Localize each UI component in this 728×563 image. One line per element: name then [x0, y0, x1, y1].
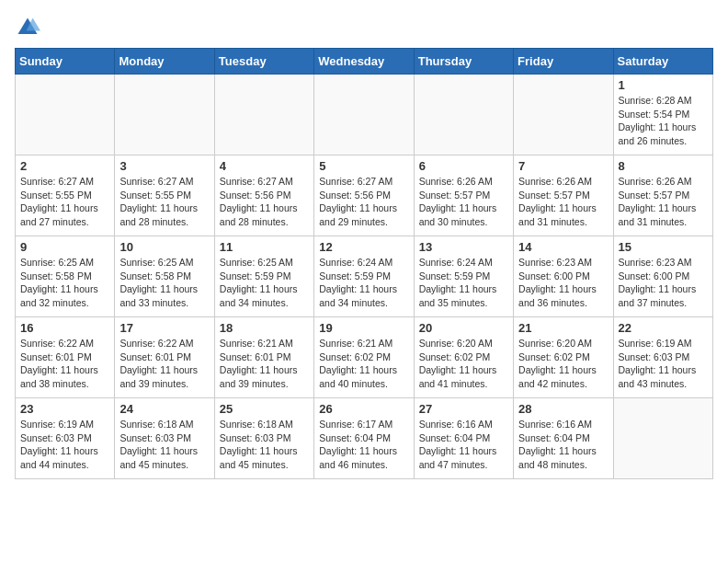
- day-info: Sunrise: 6:20 AM Sunset: 6:02 PM Dayligh…: [419, 337, 508, 391]
- day-info: Sunrise: 6:19 AM Sunset: 6:03 PM Dayligh…: [619, 337, 708, 391]
- calendar-cell: [613, 398, 712, 479]
- day-info: Sunrise: 6:27 AM Sunset: 5:55 PM Dayligh…: [119, 175, 209, 229]
- day-info: Sunrise: 6:24 AM Sunset: 5:59 PM Dayligh…: [319, 256, 408, 310]
- day-number: 25: [220, 402, 309, 416]
- day-info: Sunrise: 6:18 AM Sunset: 6:03 PM Dayligh…: [220, 418, 309, 472]
- day-number: 28: [518, 402, 608, 416]
- calendar-week-row: 9Sunrise: 6:25 AM Sunset: 5:58 PM Daylig…: [16, 236, 713, 317]
- day-number: 2: [20, 159, 109, 173]
- day-info: Sunrise: 6:26 AM Sunset: 5:57 PM Dayligh…: [419, 175, 508, 229]
- day-info: Sunrise: 6:19 AM Sunset: 6:03 PM Dayligh…: [20, 418, 109, 472]
- day-info: Sunrise: 6:28 AM Sunset: 5:54 PM Dayligh…: [619, 94, 708, 148]
- calendar-cell: [514, 75, 613, 155]
- day-info: Sunrise: 6:27 AM Sunset: 5:56 PM Dayligh…: [319, 175, 408, 229]
- day-info: Sunrise: 6:24 AM Sunset: 5:59 PM Dayligh…: [419, 256, 508, 310]
- day-number: 19: [319, 321, 408, 335]
- calendar-cell: 1Sunrise: 6:28 AM Sunset: 5:54 PM Daylig…: [613, 75, 712, 155]
- calendar-cell: 2Sunrise: 6:27 AM Sunset: 5:55 PM Daylig…: [16, 155, 115, 236]
- calendar-cell: 15Sunrise: 6:23 AM Sunset: 6:00 PM Dayli…: [613, 236, 712, 317]
- calendar-cell: 8Sunrise: 6:26 AM Sunset: 5:57 PM Daylig…: [613, 155, 712, 236]
- day-of-week-header: Friday: [514, 49, 613, 75]
- calendar-week-row: 16Sunrise: 6:22 AM Sunset: 6:01 PM Dayli…: [16, 317, 713, 398]
- calendar-cell: 14Sunrise: 6:23 AM Sunset: 6:00 PM Dayli…: [514, 236, 613, 317]
- day-number: 1: [619, 78, 708, 92]
- day-of-week-header: Monday: [115, 49, 214, 75]
- day-number: 5: [319, 159, 408, 173]
- day-number: 9: [20, 240, 109, 254]
- calendar-cell: 10Sunrise: 6:25 AM Sunset: 5:58 PM Dayli…: [115, 236, 214, 317]
- calendar-week-row: 23Sunrise: 6:19 AM Sunset: 6:03 PM Dayli…: [16, 398, 713, 479]
- day-info: Sunrise: 6:25 AM Sunset: 5:59 PM Dayligh…: [220, 256, 309, 310]
- calendar-cell: 27Sunrise: 6:16 AM Sunset: 6:04 PM Dayli…: [414, 398, 513, 479]
- page-header: [15, 15, 713, 40]
- day-number: 26: [319, 402, 408, 416]
- day-info: Sunrise: 6:16 AM Sunset: 6:04 PM Dayligh…: [518, 418, 608, 472]
- calendar-cell: 25Sunrise: 6:18 AM Sunset: 6:03 PM Dayli…: [214, 398, 313, 479]
- calendar-cell: 17Sunrise: 6:22 AM Sunset: 6:01 PM Dayli…: [115, 317, 214, 398]
- calendar-cell: 3Sunrise: 6:27 AM Sunset: 5:55 PM Daylig…: [115, 155, 214, 236]
- day-info: Sunrise: 6:16 AM Sunset: 6:04 PM Dayligh…: [419, 418, 508, 472]
- day-info: Sunrise: 6:27 AM Sunset: 5:55 PM Dayligh…: [20, 175, 109, 229]
- calendar-cell: [16, 75, 115, 155]
- calendar-cell: 16Sunrise: 6:22 AM Sunset: 6:01 PM Dayli…: [16, 317, 115, 398]
- day-info: Sunrise: 6:26 AM Sunset: 5:57 PM Dayligh…: [619, 175, 708, 229]
- day-info: Sunrise: 6:20 AM Sunset: 6:02 PM Dayligh…: [518, 337, 608, 391]
- calendar-cell: 20Sunrise: 6:20 AM Sunset: 6:02 PM Dayli…: [414, 317, 513, 398]
- day-info: Sunrise: 6:27 AM Sunset: 5:56 PM Dayligh…: [220, 175, 309, 229]
- day-info: Sunrise: 6:25 AM Sunset: 5:58 PM Dayligh…: [20, 256, 109, 310]
- day-info: Sunrise: 6:18 AM Sunset: 6:03 PM Dayligh…: [119, 418, 209, 472]
- day-number: 11: [220, 240, 309, 254]
- day-number: 21: [518, 321, 608, 335]
- day-of-week-header: Wednesday: [314, 49, 414, 75]
- day-number: 27: [419, 402, 508, 416]
- calendar-week-row: 1Sunrise: 6:28 AM Sunset: 5:54 PM Daylig…: [16, 75, 713, 155]
- day-number: 18: [220, 321, 309, 335]
- calendar-cell: 26Sunrise: 6:17 AM Sunset: 6:04 PM Dayli…: [314, 398, 414, 479]
- calendar-cell: [414, 75, 513, 155]
- day-info: Sunrise: 6:22 AM Sunset: 6:01 PM Dayligh…: [119, 337, 209, 391]
- day-info: Sunrise: 6:26 AM Sunset: 5:57 PM Dayligh…: [518, 175, 608, 229]
- calendar-cell: 23Sunrise: 6:19 AM Sunset: 6:03 PM Dayli…: [16, 398, 115, 479]
- calendar-cell: 12Sunrise: 6:24 AM Sunset: 5:59 PM Dayli…: [314, 236, 414, 317]
- day-number: 4: [220, 159, 309, 173]
- calendar-table: SundayMondayTuesdayWednesdayThursdayFrid…: [15, 48, 713, 479]
- logo-icon: [15, 15, 40, 40]
- calendar-cell: 18Sunrise: 6:21 AM Sunset: 6:01 PM Dayli…: [214, 317, 313, 398]
- calendar-cell: 7Sunrise: 6:26 AM Sunset: 5:57 PM Daylig…: [514, 155, 613, 236]
- calendar-cell: 11Sunrise: 6:25 AM Sunset: 5:59 PM Dayli…: [214, 236, 313, 317]
- calendar-cell: 9Sunrise: 6:25 AM Sunset: 5:58 PM Daylig…: [16, 236, 115, 317]
- calendar-cell: 22Sunrise: 6:19 AM Sunset: 6:03 PM Dayli…: [613, 317, 712, 398]
- day-number: 15: [619, 240, 708, 254]
- calendar-cell: 4Sunrise: 6:27 AM Sunset: 5:56 PM Daylig…: [214, 155, 313, 236]
- day-number: 7: [518, 159, 608, 173]
- day-number: 24: [119, 402, 209, 416]
- day-info: Sunrise: 6:21 AM Sunset: 6:02 PM Dayligh…: [319, 337, 408, 391]
- day-number: 3: [119, 159, 209, 173]
- calendar-cell: [115, 75, 214, 155]
- day-number: 23: [20, 402, 109, 416]
- calendar-week-row: 2Sunrise: 6:27 AM Sunset: 5:55 PM Daylig…: [16, 155, 713, 236]
- calendar-cell: 21Sunrise: 6:20 AM Sunset: 6:02 PM Dayli…: [514, 317, 613, 398]
- day-of-week-header: Saturday: [613, 49, 712, 75]
- calendar-cell: [314, 75, 414, 155]
- day-info: Sunrise: 6:23 AM Sunset: 6:00 PM Dayligh…: [619, 256, 708, 310]
- day-info: Sunrise: 6:25 AM Sunset: 5:58 PM Dayligh…: [119, 256, 209, 310]
- calendar-header-row: SundayMondayTuesdayWednesdayThursdayFrid…: [16, 49, 713, 75]
- day-number: 16: [20, 321, 109, 335]
- calendar-cell: 13Sunrise: 6:24 AM Sunset: 5:59 PM Dayli…: [414, 236, 513, 317]
- day-number: 6: [419, 159, 508, 173]
- day-number: 10: [119, 240, 209, 254]
- day-info: Sunrise: 6:21 AM Sunset: 6:01 PM Dayligh…: [220, 337, 309, 391]
- logo: [15, 15, 44, 40]
- day-info: Sunrise: 6:17 AM Sunset: 6:04 PM Dayligh…: [319, 418, 408, 472]
- day-number: 17: [119, 321, 209, 335]
- day-number: 22: [619, 321, 708, 335]
- calendar-cell: 24Sunrise: 6:18 AM Sunset: 6:03 PM Dayli…: [115, 398, 214, 479]
- day-info: Sunrise: 6:23 AM Sunset: 6:00 PM Dayligh…: [518, 256, 608, 310]
- day-number: 12: [319, 240, 408, 254]
- day-of-week-header: Sunday: [16, 49, 115, 75]
- calendar-cell: 19Sunrise: 6:21 AM Sunset: 6:02 PM Dayli…: [314, 317, 414, 398]
- calendar-cell: 5Sunrise: 6:27 AM Sunset: 5:56 PM Daylig…: [314, 155, 414, 236]
- day-info: Sunrise: 6:22 AM Sunset: 6:01 PM Dayligh…: [20, 337, 109, 391]
- day-of-week-header: Thursday: [414, 49, 513, 75]
